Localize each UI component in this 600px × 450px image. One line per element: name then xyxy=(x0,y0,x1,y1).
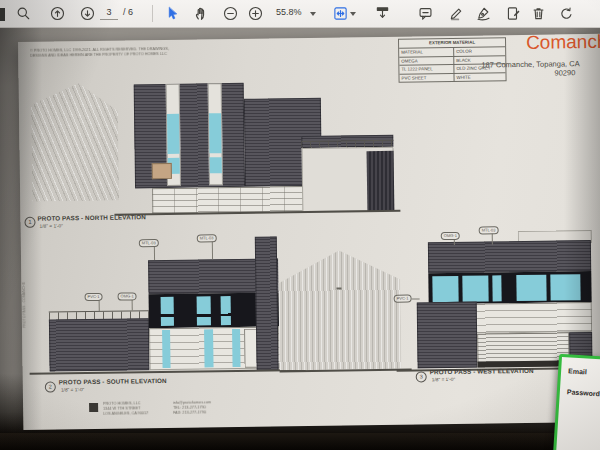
window-glass xyxy=(432,276,458,302)
elevation-number-badge: 3 xyxy=(416,371,427,382)
rotate-undo-icon[interactable] xyxy=(559,6,574,21)
material-tag: PVC-1 xyxy=(85,293,103,301)
window-glass xyxy=(492,275,501,301)
material-tag: MTL-03 xyxy=(197,234,217,242)
north-railing xyxy=(301,140,393,150)
window-glass xyxy=(168,158,180,174)
north-elevation-title: PROTO PASS - NORTH ELEVATION xyxy=(37,213,145,222)
window-glass xyxy=(197,296,211,325)
document-viewer: © PROTO HOMES, LLC 1999-2021. ALL RIGHTS… xyxy=(0,27,600,450)
south-window-band xyxy=(149,292,279,328)
door-glass xyxy=(232,329,241,367)
highlight-icon[interactable] xyxy=(449,6,464,21)
login-popup[interactable]: Email Password xyxy=(553,354,600,450)
footer-address2: LOS ANGELES, CA 90017 xyxy=(103,411,148,416)
table-row: OMEGA BLACK xyxy=(399,55,505,65)
footer-tel: TEL: 213-277-1790 xyxy=(173,405,206,410)
hand-tool-icon[interactable] xyxy=(194,6,209,21)
tag-leader xyxy=(99,300,100,311)
search-icon[interactable] xyxy=(16,6,31,21)
cell-material: TL 1222 PANEL xyxy=(399,65,454,73)
footer-fax: FAX: 213-277-1790 xyxy=(173,410,206,415)
page-input-underline xyxy=(100,19,118,20)
page-fit-icon[interactable] xyxy=(333,6,348,21)
window-glass xyxy=(516,275,546,301)
door-glass xyxy=(204,329,214,367)
door-glass xyxy=(162,330,171,368)
screen-photo: 3 / 6 55.8% xyxy=(0,0,600,450)
north-right-dark-band xyxy=(301,135,393,148)
edit-page-icon[interactable] xyxy=(506,6,521,21)
table-row: TL 1222 PANEL OLD ZINC GREY xyxy=(399,63,505,73)
select-tool-icon[interactable] xyxy=(165,6,180,21)
west-upper-siding xyxy=(428,240,591,273)
project-title: Comanche xyxy=(526,31,600,54)
window-glass xyxy=(210,157,222,173)
cell-material: OMEGA xyxy=(399,56,454,64)
drawing-sheet: © PROTO HOMES, LLC 1999-2021. ALL RIGHTS… xyxy=(18,34,600,430)
window-glass xyxy=(161,297,174,326)
page-up-icon[interactable] xyxy=(50,6,65,21)
cut-toolbar-icon[interactable] xyxy=(0,8,5,21)
cell-color: BLACK xyxy=(454,56,505,64)
north-siding-upper-left xyxy=(134,83,245,189)
toolbar-divider xyxy=(152,5,153,22)
south-elevation-title: PROTO PASS - SOUTH ELEVATION xyxy=(59,377,167,386)
page-fit-caret-icon[interactable] xyxy=(350,12,356,16)
material-tag: MTL-03 xyxy=(139,239,159,247)
south-low-wing xyxy=(49,318,150,371)
footer-company: PROTO HOMES, LLC xyxy=(103,401,141,406)
tag-leader xyxy=(212,241,213,259)
cell-color: WHITE xyxy=(454,73,505,81)
comment-icon[interactable] xyxy=(418,6,433,21)
center-gable-wall xyxy=(278,250,402,371)
west-elevation-scale: 1/8" = 1'-0" xyxy=(432,377,455,382)
col-material: MATERIAL xyxy=(399,48,454,56)
window-glass xyxy=(221,296,231,325)
zoom-in-icon[interactable] xyxy=(248,6,263,21)
zoom-level-label[interactable]: 55.8% xyxy=(276,7,302,17)
south-wing-railing xyxy=(49,310,149,321)
south-elevation-scale: 1/8" = 1'-0" xyxy=(61,387,84,392)
delete-icon[interactable] xyxy=(531,6,546,21)
copyright-line-1: © PROTO HOMES, LLC 1999-2021. ALL RIGHTS… xyxy=(30,47,169,54)
page-down-icon[interactable] xyxy=(80,6,95,21)
window-glass xyxy=(550,274,580,300)
cell-material: PVC SHEET xyxy=(399,73,454,81)
north-entry-canopy xyxy=(152,163,172,179)
material-tag: OMG-1 xyxy=(118,292,137,300)
project-address-line2: 90290 xyxy=(554,68,575,77)
north-right-wall xyxy=(302,147,395,212)
gable-mark xyxy=(336,288,341,290)
table-header-row: MATERIAL COLOR xyxy=(399,46,505,56)
north-window-strip xyxy=(166,84,181,186)
north-podium-panels xyxy=(152,186,324,214)
sign-icon[interactable] xyxy=(476,6,491,21)
material-tag: PVC-1 xyxy=(394,295,412,303)
table-row: PVC SHEET WHITE xyxy=(399,72,505,82)
tag-leader xyxy=(412,298,420,299)
pdf-toolbar: 3 / 6 55.8% xyxy=(0,0,600,28)
zoom-caret-icon[interactable] xyxy=(310,12,316,16)
material-tag: MTL-03 xyxy=(479,226,499,234)
south-tall-column xyxy=(255,236,279,370)
scroll-mode-icon[interactable] xyxy=(375,6,390,21)
sheet-margin-note: PROTO PASS - COMANCHE xyxy=(22,282,27,328)
exterior-material-table: EXTERIOR MATERIAL MATERIAL COLOR OMEGA B… xyxy=(398,37,507,83)
table-title: EXTERIOR MATERIAL xyxy=(399,38,505,47)
west-lower-panels xyxy=(429,302,592,334)
page-number-input[interactable]: 3 xyxy=(100,7,118,17)
north-ground-line xyxy=(114,210,400,215)
footer-logo xyxy=(89,403,98,412)
south-ground-line xyxy=(30,369,306,374)
south-upper-siding xyxy=(148,258,278,294)
project-address-line1: 187 Comanche, Topanga, CA xyxy=(481,59,579,69)
col-color: COLOR xyxy=(454,47,505,55)
north-siding-upper-right xyxy=(244,98,322,187)
north-slat-panel xyxy=(367,151,395,211)
zoom-out-icon[interactable] xyxy=(223,6,238,21)
tag-leader xyxy=(492,233,493,244)
material-tag: OMG-1 xyxy=(441,232,460,240)
tag-leader xyxy=(132,299,133,310)
west-front-wall xyxy=(417,302,478,369)
